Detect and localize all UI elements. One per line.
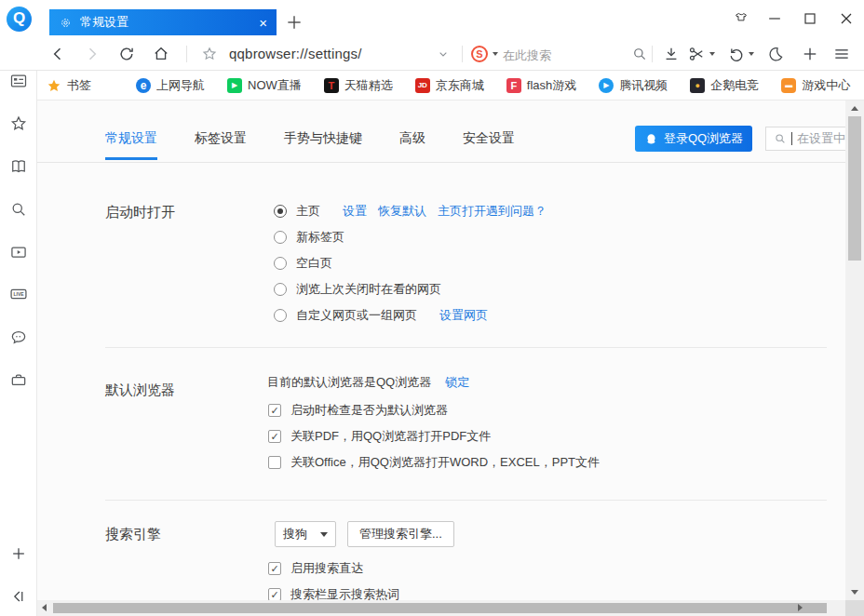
- checkbox-label[interactable]: 启动时检查是否为默认浏览器: [290, 402, 448, 419]
- url-field[interactable]: qqbrowser://settings/: [229, 46, 362, 61]
- back-button[interactable]: [48, 45, 67, 63]
- close-button[interactable]: [832, 7, 860, 30]
- restore-caret-icon[interactable]: [749, 52, 754, 56]
- tab-close-icon[interactable]: ×: [259, 16, 267, 30]
- radio-label[interactable]: 主页: [296, 203, 320, 220]
- checkbox-associate-office[interactable]: [268, 456, 281, 469]
- radio-blank-page[interactable]: [274, 257, 287, 270]
- tab-general[interactable]: 常规设置: [105, 130, 157, 160]
- bookmark-item[interactable]: ▬ 游戏中心: [781, 77, 850, 94]
- new-tab-button[interactable]: [285, 13, 304, 32]
- checkbox-hot-words[interactable]: ✓: [268, 588, 281, 600]
- settings-header: 常规设置 标签设置 手势与快捷键 高级 安全设置 登录QQ浏览器 在设置中搜: [37, 100, 845, 163]
- bookmark-item[interactable]: T 天猫精选: [324, 77, 393, 94]
- radio-label[interactable]: 空白页: [296, 255, 332, 272]
- minimize-button[interactable]: [761, 7, 789, 30]
- scroll-left-arrow[interactable]: [42, 604, 47, 611]
- link-restore-default[interactable]: 恢复默认: [378, 203, 426, 220]
- checkbox-row-hot-words: ✓ 搜索栏显示搜索热词: [268, 585, 399, 600]
- scrollbar-corner: [845, 600, 864, 616]
- link-homepage-problem[interactable]: 主页打开遇到问题？: [438, 203, 547, 220]
- restore-tab-button[interactable]: [726, 45, 745, 63]
- bookmark-item[interactable]: e 上网导航: [136, 77, 205, 94]
- radio-custom-pages[interactable]: [274, 309, 287, 322]
- bookmark-item[interactable]: JD 京东商城: [415, 77, 484, 94]
- link-set-homepage[interactable]: 设置: [343, 203, 367, 220]
- toolbox-bag-icon[interactable]: [9, 370, 28, 389]
- bookmark-item[interactable]: F flash游戏: [506, 77, 576, 94]
- maximize-button[interactable]: [796, 7, 824, 30]
- scissors-caret-icon[interactable]: [709, 52, 715, 56]
- bookmark-item[interactable]: ▶ 腾讯视频: [599, 77, 668, 94]
- radio-label[interactable]: 新标签页: [296, 229, 344, 246]
- tab-gestures-shortcuts[interactable]: 手势与快捷键: [284, 130, 362, 160]
- gear-icon: [59, 16, 73, 30]
- qq-browser-logo[interactable]: Q: [7, 7, 32, 32]
- sidebar-add-icon[interactable]: [9, 544, 28, 563]
- checkbox-associate-pdf[interactable]: ✓: [268, 430, 281, 443]
- url-dropdown-chevron-icon[interactable]: [436, 47, 451, 61]
- horizontal-scrollbar[interactable]: [37, 600, 845, 616]
- bookmark-item[interactable]: ▶ NOW直播: [227, 77, 302, 94]
- checkbox-label[interactable]: 关联PDF，用QQ浏览器打开PDF文件: [290, 428, 491, 445]
- video-player-icon[interactable]: [9, 243, 28, 261]
- forward-button[interactable]: [83, 45, 101, 63]
- theme-shirt-button[interactable]: [727, 7, 755, 30]
- collapse-sidebar-icon[interactable]: [9, 587, 28, 606]
- settings-search-input[interactable]: 在设置中搜: [765, 127, 845, 151]
- link-lock[interactable]: 锁定: [445, 374, 469, 391]
- feedback-chat-icon[interactable]: [9, 328, 28, 346]
- refresh-button[interactable]: [117, 45, 136, 63]
- toolbar-search-input[interactable]: 在此搜索: [503, 47, 551, 64]
- vertical-scrollbar[interactable]: [845, 100, 864, 600]
- radio-row-custom-pages: 自定义网页或一组网页 设置网页: [274, 306, 488, 325]
- bookmark-item[interactable]: ● 企鹅电竞: [690, 77, 759, 94]
- download-button[interactable]: [662, 45, 681, 63]
- history-search-icon[interactable]: [9, 200, 28, 219]
- bookmarks-root-button[interactable]: 书签: [47, 77, 91, 94]
- settings-page: 常规设置 标签设置 手势与快捷键 高级 安全设置 登录QQ浏览器 在设置中搜 启…: [37, 100, 845, 600]
- favorite-star-icon[interactable]: [201, 46, 218, 62]
- search-icon[interactable]: [631, 46, 648, 62]
- manage-search-engines-button[interactable]: 管理搜索引擎...: [347, 521, 454, 547]
- menu-hamburger-button[interactable]: [832, 45, 851, 63]
- scroll-right-arrow[interactable]: [798, 604, 803, 611]
- reading-book-icon[interactable]: [9, 157, 28, 176]
- vertical-scrollbar-thumb[interactable]: [848, 116, 861, 261]
- favorites-star-icon[interactable]: [9, 114, 28, 133]
- checkbox-direct-search[interactable]: ✓: [268, 562, 281, 575]
- scroll-down-arrow[interactable]: [851, 590, 858, 595]
- engine-caret-icon[interactable]: [493, 52, 498, 56]
- add-button[interactable]: [801, 45, 819, 63]
- nav-site-icon: e: [136, 78, 151, 93]
- tab-general-settings[interactable]: 常规设置 ×: [49, 9, 277, 35]
- radio-row-homepage: 主页 设置 恢复默认 主页打开遇到问题？: [274, 202, 547, 221]
- tab-security[interactable]: 安全设置: [463, 130, 515, 160]
- search-engine-dropdown[interactable]: 搜狗: [275, 521, 336, 547]
- section-divider: [105, 500, 827, 501]
- checkbox-label[interactable]: 启用搜索直达: [290, 560, 363, 577]
- horizontal-scrollbar-thumb[interactable]: [53, 603, 827, 613]
- screenshot-scissors-button[interactable]: [687, 45, 706, 63]
- tab-advanced[interactable]: 高级: [399, 130, 425, 160]
- radio-last-session[interactable]: [274, 283, 287, 296]
- radio-label[interactable]: 浏览上次关闭时在看的网页: [296, 281, 441, 298]
- title-bar: Q 常规设置 ×: [0, 0, 864, 37]
- home-button[interactable]: [152, 45, 170, 63]
- radio-homepage[interactable]: [274, 205, 287, 218]
- tab-tabs[interactable]: 标签设置: [195, 130, 247, 160]
- sogou-engine-icon[interactable]: S: [471, 46, 488, 62]
- radio-new-tab-page[interactable]: [274, 231, 287, 244]
- checkbox-label[interactable]: 搜索栏显示搜索热词: [290, 586, 399, 600]
- login-qq-browser-button[interactable]: 登录QQ浏览器: [635, 126, 752, 152]
- checkbox-check-default[interactable]: ✓: [268, 404, 281, 417]
- scroll-up-arrow[interactable]: [851, 106, 858, 111]
- checkbox-label[interactable]: 关联Office，用QQ浏览器打开WORD，EXCEL，PPT文件: [290, 454, 600, 471]
- feeds-card-icon[interactable]: [9, 72, 28, 90]
- live-icon[interactable]: LIVE: [9, 285, 28, 303]
- link-set-pages[interactable]: 设置网页: [439, 307, 488, 324]
- night-mode-moon-button[interactable]: [766, 45, 785, 63]
- settings-search-placeholder: 在设置中搜: [797, 130, 845, 147]
- radio-label[interactable]: 自定义网页或一组网页: [296, 307, 417, 324]
- bookmark-label: flash游戏: [527, 77, 576, 94]
